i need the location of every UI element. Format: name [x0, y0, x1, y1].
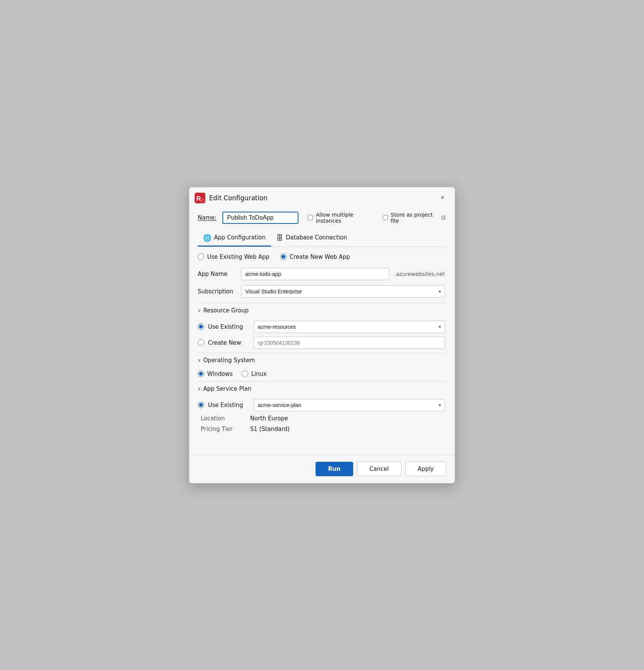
- dialog-title: Edit Configuration: [209, 194, 433, 202]
- tab-app-configuration[interactable]: 🌐 App Configuration: [198, 231, 271, 247]
- gear-icon[interactable]: ⚙: [441, 214, 446, 222]
- linux-option[interactable]: Linux: [242, 371, 266, 377]
- location-value: North Europe: [250, 415, 288, 422]
- run-button[interactable]: Run: [316, 462, 353, 476]
- use-existing-web-app-radio[interactable]: [198, 253, 204, 260]
- tab-database-connection-label: Database Connection: [286, 234, 347, 241]
- dialog-footer: Run Cancel Apply: [189, 455, 455, 483]
- title-bar: R Edit Configuration ×: [189, 187, 455, 208]
- cancel-button[interactable]: Cancel: [357, 462, 401, 476]
- app-service-plan-chevron-icon: ∨: [198, 386, 201, 391]
- operating-system-options-row: Windows Linux: [198, 371, 445, 377]
- resource-group-use-existing-row: Use Existing acme-resources ▾: [198, 321, 445, 333]
- app-name-row: App Name .azurewebsites.net: [198, 268, 445, 280]
- dialog-content: Name: Allow multiple instances Store as …: [189, 208, 455, 455]
- operating-system-section-label: Operating System: [203, 357, 255, 364]
- pricing-tier-value: S1 (Standard): [250, 426, 290, 432]
- linux-radio[interactable]: [242, 371, 248, 377]
- subscription-select-wrap: Visual Studio Enterprise ▾: [241, 285, 445, 298]
- name-input[interactable]: [222, 212, 298, 224]
- windows-option[interactable]: Windows: [198, 371, 233, 377]
- resource-group-chevron-icon: ∨: [198, 308, 201, 313]
- apply-button[interactable]: Apply: [405, 462, 446, 476]
- resource-group-create-new-label: Create New: [208, 339, 250, 346]
- use-existing-web-app-label: Use Existing Web App: [207, 253, 270, 260]
- app-icon: R: [195, 193, 205, 203]
- db-connection-icon: 🗄: [276, 234, 283, 242]
- svg-rect-2: [200, 198, 205, 203]
- close-button[interactable]: ×: [437, 193, 448, 203]
- domain-suffix: .azurewebsites.net: [395, 271, 445, 277]
- store-project-group: Store as project file ⚙: [383, 212, 446, 224]
- resource-group-use-existing-label: Use Existing: [208, 323, 250, 330]
- resource-group-section-label: Resource Group: [203, 307, 249, 314]
- service-plan-use-existing-radio[interactable]: [198, 402, 204, 408]
- resource-group-use-existing-radio[interactable]: [198, 323, 204, 330]
- app-name-label: App Name: [198, 271, 236, 277]
- subscription-label: Subscription: [198, 288, 236, 295]
- service-plan-select[interactable]: acme-service-plan: [254, 399, 445, 411]
- tab-app-configuration-label: App Configuration: [214, 234, 266, 241]
- resource-group-new-name-input[interactable]: [254, 337, 445, 349]
- app-config-icon: 🌐: [203, 234, 211, 242]
- edit-configuration-dialog: R Edit Configuration × Name: Allow multi…: [189, 187, 455, 483]
- pricing-tier-row: Pricing Tier S1 (Standard): [198, 426, 445, 432]
- app-service-plan-section-label: App Service Plan: [203, 385, 251, 392]
- app-name-input[interactable]: [241, 268, 389, 280]
- windows-label: Windows: [207, 371, 233, 377]
- subscription-select[interactable]: Visual Studio Enterprise: [241, 285, 445, 298]
- web-app-type-row: Use Existing Web App Create New Web App: [198, 253, 445, 260]
- pricing-tier-label: Pricing Tier: [201, 426, 250, 432]
- resource-group-create-new-row: Create New: [198, 337, 445, 349]
- resource-group-section-header[interactable]: ∨ Resource Group: [198, 303, 445, 318]
- tab-content-app-configuration: Use Existing Web App Create New Web App …: [198, 247, 446, 455]
- app-service-plan-section-header[interactable]: ∨ App Service Plan: [198, 381, 445, 396]
- name-row: Name: Allow multiple instances Store as …: [198, 212, 446, 224]
- service-plan-select-wrap: acme-service-plan ▾: [254, 399, 445, 411]
- operating-system-section-header[interactable]: ∨ Operating System: [198, 353, 445, 367]
- tabs: 🌐 App Configuration 🗄 Database Connectio…: [198, 231, 446, 247]
- resource-group-create-new-radio[interactable]: [198, 339, 204, 346]
- store-project-checkbox[interactable]: [383, 215, 388, 220]
- use-existing-web-app-option[interactable]: Use Existing Web App: [198, 253, 270, 260]
- name-label: Name:: [198, 214, 216, 221]
- allow-multiple-group: Allow multiple instances: [308, 212, 373, 224]
- store-project-label: Store as project file: [391, 212, 436, 224]
- operating-system-chevron-icon: ∨: [198, 358, 201, 363]
- service-plan-use-existing-row: Use Existing acme-service-plan ▾: [198, 399, 445, 411]
- linux-label: Linux: [251, 371, 266, 377]
- location-row: Location North Europe: [198, 415, 445, 422]
- subscription-row: Subscription Visual Studio Enterprise ▾: [198, 285, 445, 298]
- tab-database-connection[interactable]: 🗄 Database Connection: [271, 231, 352, 247]
- create-new-web-app-label: Create New Web App: [290, 253, 350, 260]
- create-new-web-app-option[interactable]: Create New Web App: [280, 253, 350, 260]
- create-new-web-app-radio[interactable]: [280, 253, 287, 260]
- allow-multiple-label: Allow multiple instances: [316, 212, 374, 224]
- windows-radio[interactable]: [198, 371, 204, 377]
- resource-group-select[interactable]: acme-resources: [254, 321, 445, 333]
- location-label: Location: [201, 415, 250, 422]
- resource-group-select-wrap: acme-resources ▾: [254, 321, 445, 333]
- allow-multiple-checkbox[interactable]: [308, 215, 312, 220]
- service-plan-use-existing-label: Use Existing: [208, 402, 250, 409]
